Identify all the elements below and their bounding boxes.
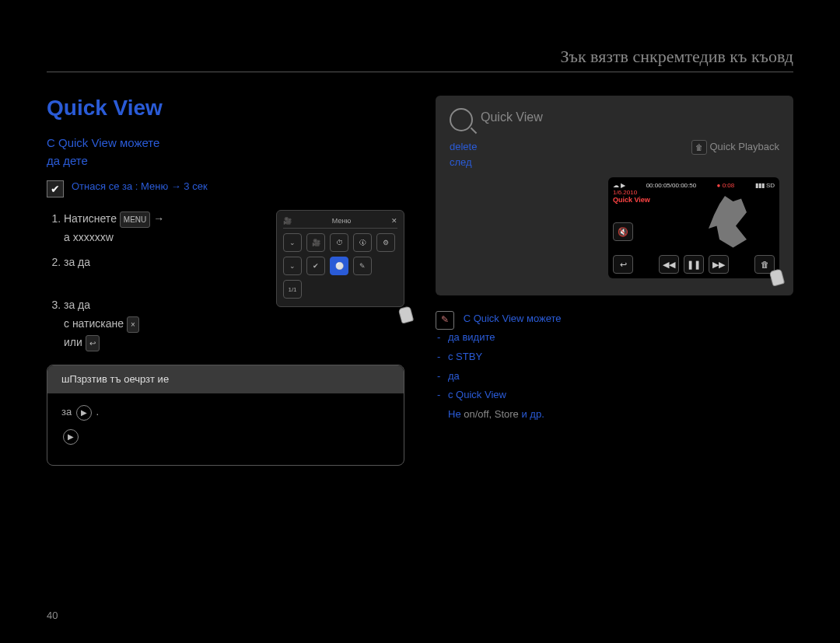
intro-text: С Quick View можете да дете: [47, 135, 404, 169]
note-item: да: [436, 369, 793, 385]
panel-tail-text: след: [450, 156, 472, 168]
pointer-hand-icon: [759, 257, 787, 288]
step2-text: за да: [64, 256, 90, 268]
pause-button[interactable]: ❚❚: [684, 255, 704, 274]
step3-text-a: за да: [64, 299, 90, 311]
step3-text-b: с натискане: [64, 317, 124, 330]
tip-line-2: ▶: [61, 428, 390, 445]
scroll-down-icon: ⌄: [283, 257, 302, 275]
intro-line1: С Quick View можете: [47, 136, 159, 149]
tip-box: шПзрзтив тъ оечрзт ие за ▶ . ▶: [47, 365, 404, 466]
notes-heading: С Quick View можете: [464, 313, 562, 324]
back-button[interactable]: ↩: [613, 255, 633, 274]
step3-text-c: или: [64, 336, 82, 348]
tail-b: on/off, Store: [464, 408, 519, 420]
right-column: Quick View delete 🗑 Quick Playback след …: [436, 96, 793, 466]
grid-cell-selected: ⚪: [330, 257, 348, 275]
grid-cell: ⚙: [376, 233, 395, 252]
tip-text-a: за: [61, 406, 72, 418]
tip-text-b: .: [96, 406, 99, 418]
magnifier-icon: [450, 108, 473, 131]
menu-chip: MENU: [120, 211, 150, 228]
panel-title: Quick View: [481, 110, 543, 124]
close-chip: ×: [127, 316, 139, 333]
page-title: Quick View: [47, 96, 404, 121]
grid-cell: ✔: [306, 257, 325, 275]
fast-forward-button[interactable]: ▶▶: [709, 255, 729, 274]
grid-cell: 🛈: [353, 233, 372, 252]
pencil-icon: ✎: [436, 311, 454, 330]
sd-icon: SD: [766, 182, 775, 189]
left-column: Quick View С Quick View можете да дете ✔…: [47, 96, 404, 466]
rec-indicator: ● 0:08: [717, 182, 735, 189]
mute-icon: 🔇: [613, 222, 633, 241]
rewind-button[interactable]: ◀◀: [659, 255, 679, 274]
tail-a: Не: [448, 408, 461, 420]
video-silhouette: [703, 196, 758, 250]
step1-text-b: a xxxxxxw: [64, 231, 114, 243]
back-chip: ↩: [86, 335, 100, 351]
delete-label: delete: [450, 141, 477, 152]
quick-view-panel: Quick View delete 🗑 Quick Playback след …: [436, 96, 793, 295]
grid-cell: ✎: [353, 257, 372, 275]
video-preview: ☁ ▶ 00:00:05/00:00:50 ● 0:08 ▮▮▮ SD 1/6.…: [608, 177, 779, 278]
intro-line2: да дете: [47, 154, 88, 167]
panel-header: Quick View: [450, 108, 779, 131]
prereq-text: Отнася се за : Меню → 3 сек: [72, 180, 208, 192]
play-icon: ▶: [63, 429, 79, 445]
quick-playback-label: Quick Playback: [709, 141, 779, 152]
trash-chip: 🗑: [691, 140, 707, 155]
step1-text-a: Натиснете: [64, 212, 117, 225]
page-indicator: 1/1: [283, 280, 302, 299]
quick-view-label: Quick View: [613, 196, 775, 204]
status-icons: ☁ ▶: [613, 182, 625, 189]
scroll-up-icon: ⌄: [283, 233, 302, 252]
tip-title-bar: шПзрзтив тъ оечрзт ие: [47, 365, 404, 394]
panel-left-text: delete 🗑 Quick Playback след: [450, 139, 779, 169]
note-item: с Quick View: [436, 387, 793, 404]
tip-line-1: за ▶ .: [61, 404, 390, 421]
play-icon: ▶: [76, 405, 92, 421]
checkmark-icon: ✔: [47, 180, 64, 197]
video-date: 1/6.2010: [613, 189, 775, 196]
battery-icon: ▮▮▮: [755, 182, 765, 189]
screenshot-cam-icon: 🎥: [283, 217, 292, 225]
note-item: да видите: [436, 330, 793, 346]
page-number: 40: [47, 610, 58, 621]
prerequisite-note: ✔ Отнася се за : Меню → 3 сек: [47, 180, 404, 197]
screenshot-title: Меню: [332, 217, 351, 225]
play-time: 00:00:05/00:00:50: [646, 182, 697, 189]
chapter-header: Зък вязтв снкремтедив къ къовд: [47, 47, 793, 72]
menu-screenshot: 🎥 Меню ✕ ⌄ 🎥 ⏱ 🛈 ⚙ ⌄ ✔ ⚪ ✎: [276, 210, 404, 307]
tail-c: и др.: [521, 408, 544, 420]
note-item: с STBY: [436, 349, 793, 365]
chapter-title: Зък вязтв снкремтедив къ къовд: [560, 47, 793, 66]
screenshot-close-icon: ✕: [391, 217, 397, 225]
grid-cell: ⏱: [330, 233, 348, 252]
notes-list: ✎ С Quick View можете да видите с STBY д…: [436, 311, 793, 423]
note-tail: Не on/off, Store и др.: [436, 407, 793, 423]
grid-cell: 🎥: [306, 233, 325, 252]
